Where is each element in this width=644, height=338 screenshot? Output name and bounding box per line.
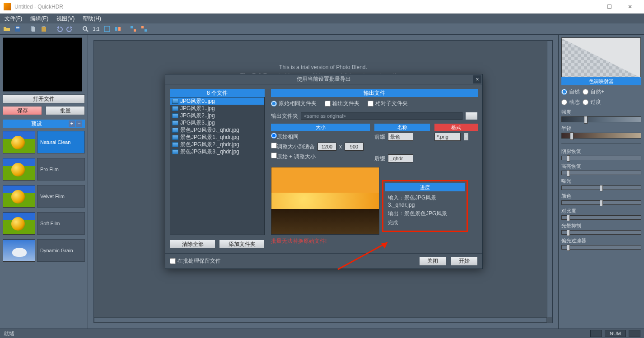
radio-same-folder[interactable]: 原始相同文件夹	[271, 100, 317, 107]
radio-relative-folder[interactable]: 相对子文件夹	[368, 100, 408, 107]
open-icon[interactable]	[3, 25, 11, 33]
polarize-slider[interactable]	[561, 245, 641, 250]
copy-icon[interactable]	[29, 25, 37, 33]
output-folder-field[interactable]: <same as original>	[301, 112, 462, 120]
menu-view[interactable]: 视图(V)	[56, 15, 75, 23]
tool2-icon[interactable]	[129, 25, 137, 33]
highlight-slider[interactable]	[561, 171, 641, 175]
preset-item[interactable]: Soft Film	[3, 211, 85, 236]
preset-item[interactable]: Pro Film	[3, 157, 85, 182]
tool1-icon[interactable]	[114, 25, 122, 33]
format-select[interactable]: *.png	[434, 133, 461, 141]
right-panel: 色调映射器 自然 自然+ 动态 过度 强度 半径 阴影恢复 高亮恢复 曝光 颜色…	[558, 35, 644, 329]
image-icon	[172, 128, 178, 133]
file-item[interactable]: 景色JPG风景2._qhdr.jpg	[170, 141, 264, 148]
status-well-2	[629, 330, 640, 337]
file-item[interactable]: JPG风景2..jpg	[170, 112, 264, 119]
tonemap-header: 色调映射器	[561, 77, 641, 85]
svg-line-7	[86, 30, 88, 32]
svg-rect-14	[145, 29, 147, 32]
preset-add-button[interactable]: +	[69, 120, 75, 127]
h-scrollbar[interactable]	[94, 317, 547, 323]
title-bar: Untitled - QuickHDR — ☐ ✕	[0, 0, 644, 14]
keep-files-checkbox[interactable]: 在批处理保留文件	[170, 257, 415, 265]
status-ready: 就绪	[4, 330, 14, 338]
exposure-slider[interactable]	[561, 185, 641, 190]
minimize-button[interactable]: —	[578, 0, 599, 14]
batch-button[interactable]: 批量	[46, 106, 85, 115]
color-label: 颜色	[561, 193, 641, 199]
tool3-icon[interactable]	[140, 25, 148, 33]
radio-size-same[interactable]: 原始相同	[271, 133, 299, 141]
save-button[interactable]: 保存	[3, 106, 42, 115]
check-size-fit[interactable]: 调整大小到适合	[271, 143, 315, 151]
image-icon	[172, 135, 178, 140]
file-item[interactable]: 景色JPG风景1._qhdr.jpg	[170, 134, 264, 141]
preset-item[interactable]: Natural Clean	[3, 130, 85, 155]
window-title: Untitled - QuickHDR	[14, 4, 578, 10]
preset-thumb	[3, 239, 35, 262]
contrast-label: 对比度	[561, 208, 641, 214]
name-header: 名称	[374, 124, 430, 131]
dialog-close-button[interactable]: ×	[473, 75, 481, 83]
shadow-slider[interactable]	[561, 156, 641, 160]
svg-rect-10	[118, 27, 121, 31]
contrast-slider[interactable]	[561, 215, 641, 220]
radio-over[interactable]: 过度	[583, 98, 601, 106]
radio-natural-plus[interactable]: 自然+	[583, 88, 604, 96]
file-item[interactable]: JPG风景3..jpg	[170, 119, 264, 126]
menu-bar: 文件(F) 编辑(E) 视图(V) 帮助(H)	[0, 14, 644, 23]
dialog-close-btn[interactable]: 关闭	[419, 257, 446, 266]
progress-header: 进度	[385, 183, 465, 191]
file-item[interactable]: JPG风景1..jpg	[170, 105, 264, 112]
fit-icon[interactable]	[103, 25, 111, 33]
close-button[interactable]: ✕	[620, 0, 640, 14]
file-item[interactable]: JPG风景0..jpg	[170, 97, 264, 105]
menu-edit[interactable]: 编辑(E)	[30, 15, 48, 23]
file-list[interactable]: JPG风景0..jpg JPG风景1..jpg JPG风景2..jpg JPG风…	[170, 97, 265, 235]
zoom-11-button[interactable]: 1:1	[92, 25, 100, 33]
progress-panel: 进度 输入：景色JPG风景3._qhdr.jpg 输出：景色景色JPG风景 完成	[382, 180, 468, 232]
clear-all-button[interactable]: 清除全部	[170, 240, 215, 249]
preset-remove-button[interactable]: −	[76, 120, 82, 127]
undo-icon[interactable]	[55, 25, 63, 33]
radius-slider[interactable]	[561, 133, 641, 139]
progress-input: 输入：景色JPG风景3._qhdr.jpg	[383, 193, 467, 209]
add-folder-button[interactable]: 添加文件夹	[219, 240, 265, 249]
preset-item[interactable]: Dynamic Grain	[3, 238, 85, 263]
svg-rect-4	[42, 27, 46, 32]
menu-help[interactable]: 帮助(H)	[83, 15, 101, 23]
preset-item[interactable]: Velvet Film	[3, 184, 85, 209]
check-orig-fit[interactable]: 原始 + 调整大小	[271, 153, 316, 161]
browse-button[interactable]	[465, 112, 478, 120]
width-field[interactable]: 1200	[317, 143, 336, 151]
svg-rect-11	[131, 26, 133, 28]
prefix-field[interactable]: 景色	[388, 133, 413, 141]
radio-dynamic[interactable]: 动态	[561, 98, 580, 106]
menu-file[interactable]: 文件(F)	[5, 15, 22, 23]
highlight-label: 高亮恢复	[561, 163, 641, 170]
file-item[interactable]: 景色JPG风景0._qhdr.jpg	[170, 126, 264, 134]
paste-icon[interactable]	[40, 25, 48, 33]
radio-natural[interactable]: 自然	[561, 88, 580, 96]
halo-slider[interactable]	[561, 230, 641, 235]
zoom-icon[interactable]	[81, 25, 89, 33]
redo-icon[interactable]	[66, 25, 74, 33]
height-field[interactable]: 900	[345, 143, 364, 151]
image-icon	[172, 99, 178, 104]
save-icon[interactable]	[14, 25, 22, 33]
file-item[interactable]: 景色JPG风景3._qhdr.jpg	[170, 148, 264, 155]
suffix-field[interactable]: _qhdr	[388, 154, 413, 162]
radio-output-folder[interactable]: 输出文件夹	[325, 100, 359, 107]
svg-rect-8	[104, 26, 110, 32]
progress-done: 完成	[383, 218, 467, 227]
preset-thumb	[3, 212, 35, 235]
maximize-button[interactable]: ☐	[599, 0, 620, 14]
chevron-down-icon[interactable]: ▾	[463, 133, 469, 141]
color-slider[interactable]	[561, 200, 641, 205]
image-icon	[172, 113, 178, 118]
open-file-button[interactable]: 打开文件	[3, 94, 85, 103]
dialog-start-btn[interactable]: 开始	[451, 257, 478, 266]
strength-slider[interactable]	[561, 116, 641, 122]
v-scrollbar[interactable]	[547, 41, 552, 317]
